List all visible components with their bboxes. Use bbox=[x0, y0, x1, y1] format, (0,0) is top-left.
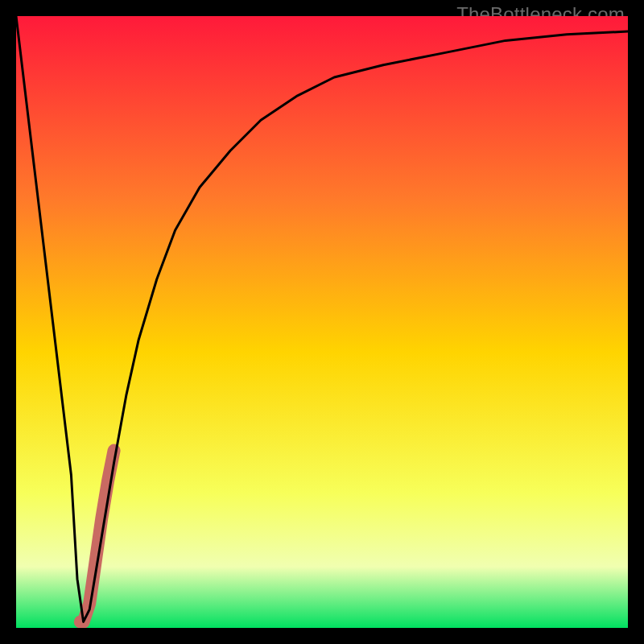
plot-area bbox=[16, 16, 628, 628]
chart-svg bbox=[16, 16, 628, 628]
gradient-background bbox=[16, 16, 628, 628]
chart-frame: TheBottleneck.com bbox=[0, 0, 644, 644]
